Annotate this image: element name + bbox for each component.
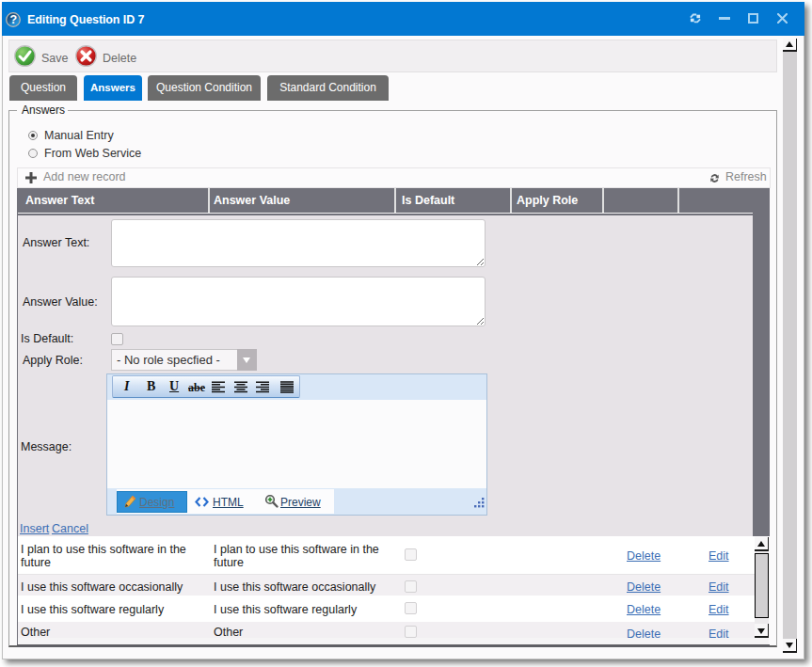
svg-text:?: ?	[9, 13, 17, 26]
